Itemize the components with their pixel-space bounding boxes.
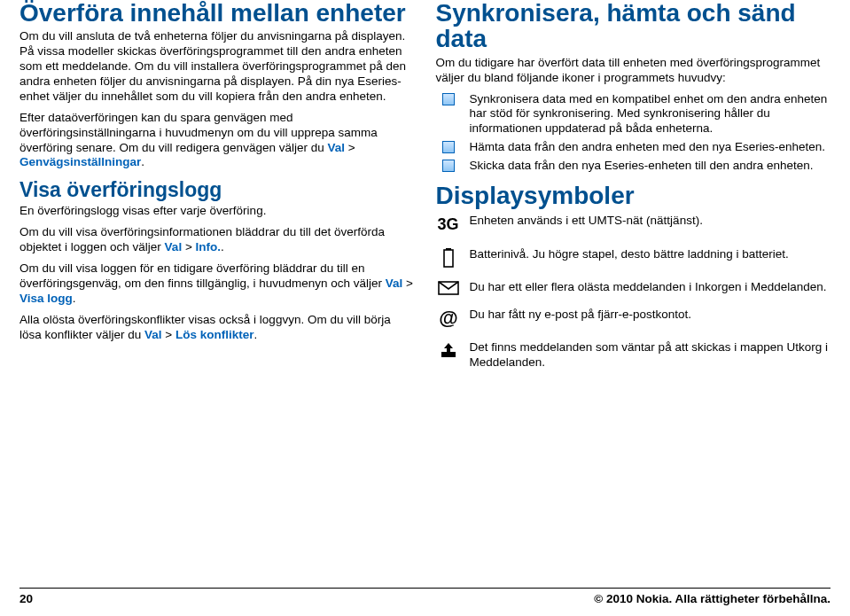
- page-footer: 20 © 2010 Nokia. Alla rättigheter förbeh…: [19, 588, 831, 607]
- battery-icon: [436, 247, 461, 268]
- svg-text:@: @: [439, 308, 457, 328]
- symbol-description: Det finns meddelanden som väntar på att …: [470, 340, 831, 370]
- menu-visa-logg: Visa logg: [19, 292, 73, 305]
- table-row: Du har ett eller flera olästa meddelande…: [436, 280, 831, 295]
- right-column: Synkronisera, hämta och sänd data Om du …: [436, 0, 831, 383]
- table-row: @ Du har fått ny e-post på fjärr-e-postk…: [436, 308, 831, 328]
- heading-sync-fetch-send: Synkronisera, hämta och sänd data: [436, 0, 831, 52]
- left-column: Överföra innehåll mellan enheter Om du v…: [19, 0, 415, 383]
- copyright: © 2010 Nokia. Alla rättigheter förbehåll…: [594, 592, 831, 607]
- symbol-table: 3G Enheten används i ett UMTS-nät (nättj…: [436, 214, 831, 370]
- list-item-text: Hämta data från den andra enheten med de…: [470, 140, 831, 155]
- svg-rect-1: [444, 250, 453, 267]
- menu-val: Val: [165, 240, 183, 253]
- list-item: Hämta data från den andra enheten med de…: [436, 140, 831, 155]
- menu-val: Val: [144, 328, 162, 341]
- symbol-description: Du har ett eller flera olästa meddelande…: [470, 280, 831, 295]
- menu-los-konflikter: Lös konflikter: [175, 328, 254, 341]
- paragraph: Om du vill visa överföringsinformationen…: [19, 225, 415, 255]
- list-item: Synkronisera data med en kompatibel enhe…: [436, 92, 831, 137]
- heading-display-symbols: Displaysymboler: [436, 183, 831, 208]
- paragraph: Efter dataöverföringen kan du spara genv…: [19, 111, 415, 171]
- sync-icon: [442, 93, 455, 105]
- menu-info: Info.: [196, 240, 222, 253]
- paragraph: En överföringslogg visas efter varje öve…: [19, 204, 415, 219]
- send-icon: [442, 160, 455, 172]
- symbol-description: Enheten används i ett UMTS-nät (nättjäns…: [470, 214, 831, 229]
- envelope-icon: [436, 280, 461, 295]
- list-item: Skicka data från den nya Eseries-enheten…: [436, 159, 831, 174]
- table-row: Det finns meddelanden som väntar på att …: [436, 340, 831, 370]
- paragraph: Om du tidigare har överfört data till en…: [436, 56, 831, 86]
- symbol-description: Batterinivå. Ju högre stapel, desto bätt…: [470, 247, 831, 262]
- page-number: 20: [19, 592, 33, 607]
- menu-val: Val: [386, 277, 403, 290]
- fetch-icon: [442, 141, 455, 153]
- list-item-text: Skicka data från den nya Eseries-enheten…: [470, 159, 831, 174]
- menu-genvagsinstallningar: Genvägsinställningar: [19, 155, 141, 168]
- paragraph: Om du vill visa loggen för en tidigare ö…: [19, 261, 415, 307]
- at-sign-icon: @: [436, 308, 461, 328]
- list-item-text: Synkronisera data med en kompatibel enhe…: [470, 92, 831, 137]
- table-row: Batterinivå. Ju högre stapel, desto bätt…: [436, 247, 831, 268]
- menu-val: Val: [327, 141, 345, 154]
- heading-transfer-content: Överföra innehåll mellan enheter: [19, 0, 415, 26]
- symbol-description: Du har fått ny e-post på fjärr-e-postkon…: [470, 308, 831, 323]
- paragraph: Alla olösta överföringskonflikter visas …: [19, 313, 415, 343]
- table-row: 3G Enheten används i ett UMTS-nät (nättj…: [436, 214, 831, 235]
- umts-3g-icon: 3G: [437, 214, 458, 235]
- outbox-icon: [436, 340, 461, 359]
- paragraph: Om du vill ansluta de två enheterna följ…: [19, 29, 415, 104]
- heading-show-transfer-log: Visa överföringslogg: [19, 179, 415, 200]
